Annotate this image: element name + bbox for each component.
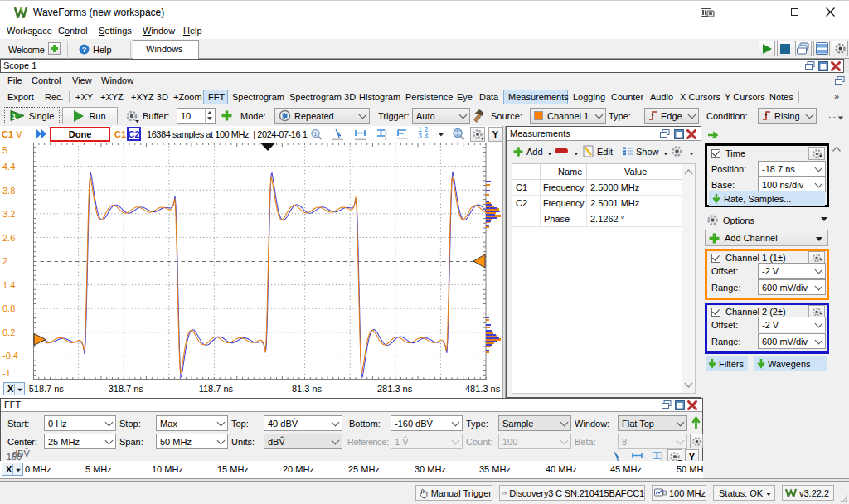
svg-text:?: ?	[82, 46, 87, 54]
svg-text:1: 1	[12, 112, 16, 120]
svg-text:1: 1	[314, 131, 318, 137]
